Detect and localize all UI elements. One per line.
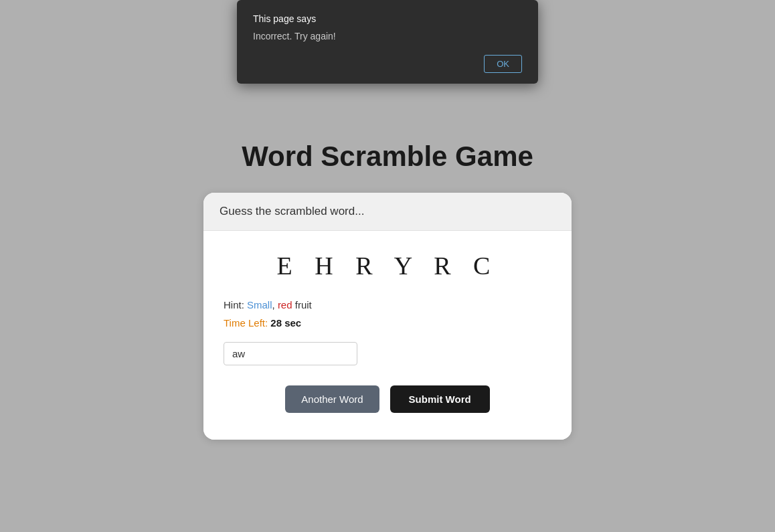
hint-text: Hint: Small, red fruit — [224, 299, 312, 311]
scrambled-word: E H R Y R C — [224, 251, 551, 280]
dialog-box: This page says Incorrect. Try again! OK — [237, 0, 538, 84]
dialog-footer: OK — [253, 55, 522, 73]
hint-red: red — [278, 299, 292, 311]
card-header-text: Guess the scrambled word... — [220, 205, 364, 217]
game-card: Guess the scrambled word... E H R Y R C … — [203, 193, 572, 440]
dialog-message: Incorrect. Try again! — [253, 31, 522, 41]
word-input[interactable] — [224, 342, 357, 365]
dialog-ok-button[interactable]: OK — [484, 55, 522, 73]
time-text: Time Left: 28 sec — [224, 317, 301, 329]
card-body: E H R Y R C Hint: Small, red fruit Time … — [203, 231, 572, 440]
hint-separator: , — [272, 299, 278, 311]
dialog-title: This page says — [253, 13, 522, 24]
another-word-button[interactable]: Another Word — [285, 385, 379, 413]
time-value: 28 sec — [270, 317, 301, 329]
hint-fruit: fruit — [292, 299, 312, 311]
button-row: Another Word Submit Word — [224, 385, 551, 413]
card-header: Guess the scrambled word... — [203, 193, 572, 231]
submit-word-button[interactable]: Submit Word — [390, 385, 490, 413]
hint-label: Hint: — [224, 299, 247, 311]
page-title: Word Scramble Game — [242, 141, 533, 173]
time-label: Time Left: — [224, 317, 270, 329]
hint-small: Small — [247, 299, 272, 311]
